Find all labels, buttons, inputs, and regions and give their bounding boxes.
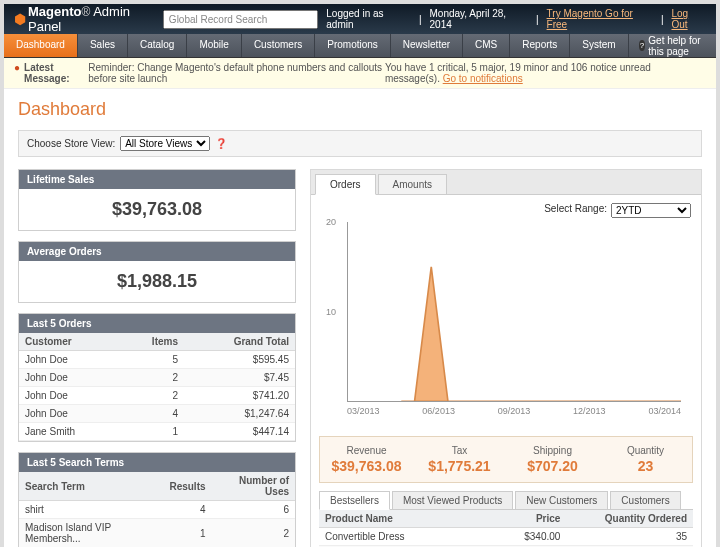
global-search-input[interactable] <box>163 10 318 29</box>
store-view-toolbar: Choose Store View: All Store Views ❓ <box>18 130 702 157</box>
help-icon: ? <box>639 40 646 51</box>
store-view-select[interactable]: All Store Views <box>120 136 210 151</box>
last-search-box: Last 5 Search Terms Search TermResultsNu… <box>18 452 296 547</box>
stat-shipping: $707.20 <box>506 458 599 474</box>
nav-mobile[interactable]: Mobile <box>187 34 241 57</box>
nav-sales[interactable]: Sales <box>78 34 128 57</box>
table-row[interactable]: Jane Smith1$447.14 <box>19 423 295 441</box>
date-label: Monday, April 28, 2014 <box>430 8 528 30</box>
tab-amounts[interactable]: Amounts <box>378 174 447 194</box>
main-nav: DashboardSalesCatalogMobileCustomersProm… <box>4 34 716 58</box>
nav-reports[interactable]: Reports <box>510 34 570 57</box>
table-row[interactable]: John Doe2$741.20 <box>19 387 295 405</box>
magento-icon: ⬢ <box>14 11 26 27</box>
range-select[interactable]: 2YTD <box>611 203 691 218</box>
nav-cms[interactable]: CMS <box>463 34 510 57</box>
last-orders-table: CustomerItemsGrand TotalJohn Doe5$595.45… <box>19 333 295 441</box>
nav-newsletter[interactable]: Newsletter <box>391 34 463 57</box>
message-bar: ● Latest Message: Reminder: Change Magen… <box>4 58 716 89</box>
average-orders-value: $1,988.15 <box>19 261 295 302</box>
logged-in-label: Logged in as admin <box>326 8 411 30</box>
nav-customers[interactable]: Customers <box>242 34 315 57</box>
stats-bar: Revenue$39,763.08Tax$1,775.21Shipping$70… <box>319 436 693 483</box>
table-row[interactable]: John Doe2$7.45 <box>19 369 295 387</box>
page-title: Dashboard <box>18 99 702 120</box>
header: ⬢ Magento® Admin Panel Logged in as admi… <box>4 4 716 34</box>
lifetime-sales-box: Lifetime Sales $39,763.08 <box>18 169 296 231</box>
bestsellers-table: Product NamePriceQuantity OrderedConvert… <box>319 510 693 547</box>
tab-orders[interactable]: Orders <box>315 174 376 195</box>
nav-promotions[interactable]: Promotions <box>315 34 391 57</box>
table-row[interactable]: Convertible Dress$340.0035 <box>319 528 693 546</box>
table-row[interactable]: shirt46 <box>19 501 295 519</box>
table-row[interactable]: Madison Island VIP Membersh...12 <box>19 519 295 548</box>
stat-revenue: $39,763.08 <box>320 458 413 474</box>
stat-quantity: 23 <box>599 458 692 474</box>
subtab-new-customers[interactable]: New Customers <box>515 491 608 509</box>
table-row[interactable]: John Doe4$1,247.64 <box>19 405 295 423</box>
subtab-bestsellers[interactable]: Bestsellers <box>319 491 390 510</box>
nav-dashboard[interactable]: Dashboard <box>4 34 78 57</box>
alert-icon: ● <box>14 62 20 84</box>
stat-tax: $1,775.21 <box>413 458 506 474</box>
nav-catalog[interactable]: Catalog <box>128 34 187 57</box>
lifetime-sales-value: $39,763.08 <box>19 189 295 230</box>
last-orders-box: Last 5 Orders CustomerItemsGrand TotalJo… <box>18 313 296 442</box>
svg-marker-0 <box>401 267 681 401</box>
logout-link[interactable]: Log Out <box>671 8 706 30</box>
nav-system[interactable]: System <box>570 34 628 57</box>
table-row[interactable]: John Doe5$595.45 <box>19 351 295 369</box>
subtab-most-viewed-products[interactable]: Most Viewed Products <box>392 491 513 509</box>
subtab-customers[interactable]: Customers <box>610 491 680 509</box>
logo: ⬢ Magento® Admin Panel <box>14 4 163 34</box>
help-icon[interactable]: ❓ <box>215 138 227 149</box>
product-tabs: BestsellersMost Viewed ProductsNew Custo… <box>319 491 693 510</box>
chart-panel: OrdersAmounts Select Range: 2YTD 20 10 0… <box>310 169 702 547</box>
message-text: Reminder: Change Magento's default phone… <box>88 62 385 84</box>
chart-tabs: OrdersAmounts <box>311 170 701 195</box>
last-search-table: Search TermResultsNumber of Usesshirt46M… <box>19 472 295 547</box>
try-link[interactable]: Try Magento Go for Free <box>547 8 653 30</box>
help-link[interactable]: Get help for this page <box>648 35 706 57</box>
orders-chart: 20 10 <box>347 222 681 402</box>
notifications-link[interactable]: Go to notifications <box>443 73 523 84</box>
average-orders-box: Average Orders $1,988.15 <box>18 241 296 303</box>
